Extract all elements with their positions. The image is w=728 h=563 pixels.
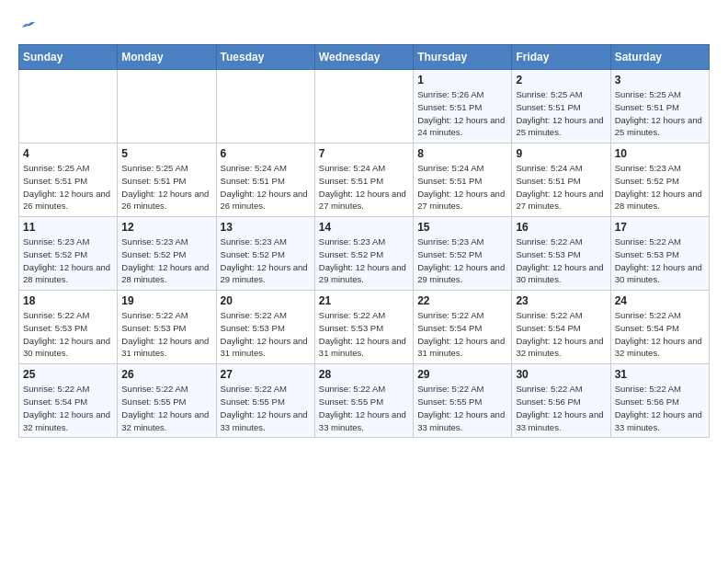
sunset-label: Sunset: 5:52 PM	[615, 176, 679, 186]
day-number: 17	[615, 221, 705, 234]
sunrise-label: Sunrise: 5:22 AM	[319, 384, 385, 394]
sunset-label: Sunset: 5:54 PM	[516, 323, 580, 333]
day-info: Sunrise: 5:22 AM Sunset: 5:55 PM Dayligh…	[417, 383, 507, 433]
sunset-label: Sunset: 5:51 PM	[417, 102, 482, 112]
calendar-cell	[216, 70, 314, 144]
sunrise-label: Sunrise: 5:22 AM	[417, 384, 483, 394]
sunrise-label: Sunrise: 5:22 AM	[121, 384, 188, 394]
day-number: 3	[615, 74, 705, 86]
calendar-cell: 31 Sunrise: 5:22 AM Sunset: 5:56 PM Dayl…	[610, 364, 709, 438]
sunset-label: Sunset: 5:55 PM	[121, 396, 186, 407]
calendar-week-row: 25 Sunrise: 5:22 AM Sunset: 5:54 PM Dayl…	[19, 364, 710, 438]
sunset-label: Sunset: 5:51 PM	[319, 176, 383, 186]
sunset-label: Sunset: 5:55 PM	[319, 396, 383, 407]
daylight-label: Daylight: 12 hours and 31 minutes.	[121, 336, 209, 359]
daylight-label: Daylight: 12 hours and 31 minutes.	[319, 336, 406, 359]
sunset-label: Sunset: 5:56 PM	[615, 396, 679, 407]
day-info: Sunrise: 5:24 AM Sunset: 5:51 PM Dayligh…	[516, 162, 606, 213]
sunrise-label: Sunrise: 5:24 AM	[221, 163, 287, 173]
day-number: 24	[615, 294, 705, 307]
day-number: 15	[417, 221, 507, 234]
sunset-label: Sunset: 5:53 PM	[615, 249, 679, 259]
sunset-label: Sunset: 5:52 PM	[319, 249, 383, 259]
sunrise-label: Sunrise: 5:25 AM	[23, 163, 89, 173]
day-info: Sunrise: 5:22 AM Sunset: 5:55 PM Dayligh…	[121, 383, 211, 433]
daylight-label: Daylight: 12 hours and 27 minutes.	[417, 189, 505, 212]
day-number: 1	[417, 74, 507, 86]
day-number: 9	[516, 147, 606, 160]
sunrise-label: Sunrise: 5:25 AM	[615, 89, 681, 99]
sunrise-label: Sunrise: 5:22 AM	[221, 384, 287, 394]
sunset-label: Sunset: 5:51 PM	[516, 102, 580, 112]
logo-text	[18, 18, 37, 31]
calendar-cell: 10 Sunrise: 5:23 AM Sunset: 5:52 PM Dayl…	[610, 144, 709, 217]
sunrise-label: Sunrise: 5:22 AM	[319, 310, 385, 320]
calendar-cell: 13 Sunrise: 5:23 AM Sunset: 5:52 PM Dayl…	[216, 217, 314, 291]
day-info: Sunrise: 5:23 AM Sunset: 5:52 PM Dayligh…	[319, 236, 409, 286]
calendar-week-row: 1 Sunrise: 5:26 AM Sunset: 5:51 PM Dayli…	[19, 70, 710, 144]
calendar-table: SundayMondayTuesdayWednesdayThursdayFrid…	[18, 44, 710, 438]
day-number: 26	[121, 368, 211, 381]
daylight-label: Daylight: 12 hours and 33 minutes.	[319, 409, 406, 432]
daylight-label: Daylight: 12 hours and 29 minutes.	[417, 262, 505, 285]
calendar-cell: 29 Sunrise: 5:22 AM Sunset: 5:55 PM Dayl…	[414, 364, 512, 438]
daylight-label: Daylight: 12 hours and 27 minutes.	[319, 189, 406, 212]
calendar-cell: 1 Sunrise: 5:26 AM Sunset: 5:51 PM Dayli…	[414, 70, 512, 144]
calendar-cell: 9 Sunrise: 5:24 AM Sunset: 5:51 PM Dayli…	[512, 144, 610, 217]
day-number: 30	[516, 368, 606, 381]
weekday-header: Monday	[118, 45, 216, 70]
weekday-header: Sunday	[19, 45, 118, 70]
daylight-label: Daylight: 12 hours and 30 minutes.	[23, 336, 110, 359]
daylight-label: Daylight: 12 hours and 32 minutes.	[615, 336, 702, 359]
sunset-label: Sunset: 5:51 PM	[615, 102, 679, 112]
day-info: Sunrise: 5:22 AM Sunset: 5:54 PM Dayligh…	[417, 309, 507, 360]
day-number: 31	[615, 368, 705, 381]
calendar-cell: 30 Sunrise: 5:22 AM Sunset: 5:56 PM Dayl…	[512, 364, 610, 438]
calendar-cell: 17 Sunrise: 5:22 AM Sunset: 5:53 PM Dayl…	[610, 217, 709, 291]
daylight-label: Daylight: 12 hours and 28 minutes.	[615, 189, 702, 212]
sunrise-label: Sunrise: 5:23 AM	[121, 236, 188, 247]
sunset-label: Sunset: 5:54 PM	[417, 323, 482, 333]
calendar-cell: 5 Sunrise: 5:25 AM Sunset: 5:51 PM Dayli…	[118, 144, 216, 217]
daylight-label: Daylight: 12 hours and 32 minutes.	[23, 409, 110, 432]
sunset-label: Sunset: 5:51 PM	[121, 176, 186, 186]
calendar-cell: 19 Sunrise: 5:22 AM Sunset: 5:53 PM Dayl…	[118, 291, 216, 364]
day-info: Sunrise: 5:22 AM Sunset: 5:53 PM Dayligh…	[615, 236, 705, 286]
sunset-label: Sunset: 5:54 PM	[615, 323, 679, 333]
day-number: 20	[221, 294, 311, 307]
daylight-label: Daylight: 12 hours and 28 minutes.	[23, 262, 110, 285]
calendar-cell	[118, 70, 216, 144]
day-number: 8	[417, 147, 507, 160]
sunset-label: Sunset: 5:53 PM	[319, 323, 383, 333]
day-number: 16	[516, 221, 606, 234]
sunset-label: Sunset: 5:51 PM	[516, 176, 580, 186]
weekday-header: Saturday	[610, 45, 709, 70]
calendar-cell: 23 Sunrise: 5:22 AM Sunset: 5:54 PM Dayl…	[512, 291, 610, 364]
weekday-header: Thursday	[414, 45, 512, 70]
calendar-cell: 28 Sunrise: 5:22 AM Sunset: 5:55 PM Dayl…	[314, 364, 413, 438]
calendar-week-row: 4 Sunrise: 5:25 AM Sunset: 5:51 PM Dayli…	[19, 144, 710, 217]
sunrise-label: Sunrise: 5:23 AM	[417, 236, 483, 247]
day-info: Sunrise: 5:23 AM Sunset: 5:52 PM Dayligh…	[615, 162, 705, 213]
daylight-label: Daylight: 12 hours and 24 minutes.	[417, 115, 505, 138]
sunset-label: Sunset: 5:52 PM	[221, 249, 285, 259]
calendar-cell: 15 Sunrise: 5:23 AM Sunset: 5:52 PM Dayl…	[414, 217, 512, 291]
day-info: Sunrise: 5:22 AM Sunset: 5:53 PM Dayligh…	[23, 309, 113, 360]
calendar-cell: 26 Sunrise: 5:22 AM Sunset: 5:55 PM Dayl…	[118, 364, 216, 438]
daylight-label: Daylight: 12 hours and 30 minutes.	[615, 262, 702, 285]
daylight-label: Daylight: 12 hours and 25 minutes.	[516, 115, 603, 138]
day-info: Sunrise: 5:22 AM Sunset: 5:54 PM Dayligh…	[516, 309, 606, 360]
day-info: Sunrise: 5:26 AM Sunset: 5:51 PM Dayligh…	[417, 88, 507, 139]
day-number: 7	[319, 147, 409, 160]
day-info: Sunrise: 5:24 AM Sunset: 5:51 PM Dayligh…	[319, 162, 409, 213]
sunset-label: Sunset: 5:53 PM	[221, 323, 285, 333]
calendar-cell: 4 Sunrise: 5:25 AM Sunset: 5:51 PM Dayli…	[19, 144, 118, 217]
day-number: 23	[516, 294, 606, 307]
calendar-cell: 11 Sunrise: 5:23 AM Sunset: 5:52 PM Dayl…	[19, 217, 118, 291]
day-number: 6	[221, 147, 311, 160]
day-info: Sunrise: 5:22 AM Sunset: 5:55 PM Dayligh…	[221, 383, 311, 433]
calendar-week-row: 18 Sunrise: 5:22 AM Sunset: 5:53 PM Dayl…	[19, 291, 710, 364]
day-info: Sunrise: 5:25 AM Sunset: 5:51 PM Dayligh…	[23, 162, 113, 213]
sunrise-label: Sunrise: 5:22 AM	[23, 384, 89, 394]
sunset-label: Sunset: 5:53 PM	[121, 323, 186, 333]
